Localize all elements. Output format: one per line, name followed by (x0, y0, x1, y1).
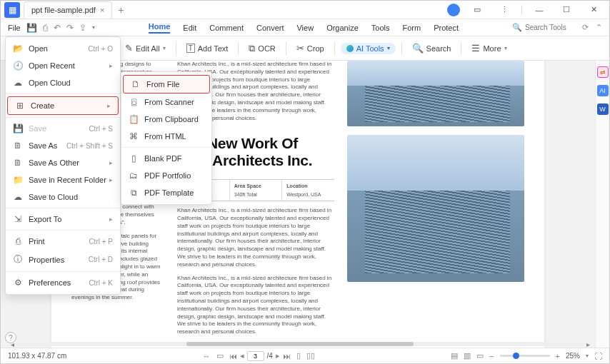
fit-page-icon[interactable]: ▭ (216, 351, 224, 360)
search-tools-input[interactable] (525, 24, 575, 31)
tab-comment[interactable]: Comment (209, 24, 244, 32)
menu-save: 💾SaveCtrl + S (6, 120, 120, 137)
save-quick-icon[interactable]: 💾 (26, 23, 37, 33)
titlebar: ▦ ppt file-sample.pdf × + ▭ ⋮ — ☐ ✕ (1, 1, 609, 19)
ai-tools-button[interactable]: AI Tools▾ (341, 43, 396, 54)
zoom-in-icon[interactable]: + (556, 352, 560, 360)
layout-icon[interactable]: ▥ (464, 351, 471, 360)
close-tab-icon[interactable]: × (100, 6, 104, 14)
cloud-icon: ☁ (13, 78, 23, 88)
help-icon[interactable]: ? (5, 332, 16, 343)
edit-all-button[interactable]: ✎Edit All▾ (121, 41, 170, 56)
file-menu-dropdown: 📂OpenCtrl + O 🕘Open Recent▸ ☁Open Cloud … (5, 36, 121, 295)
folder-icon: 📁 (13, 175, 23, 185)
menu-create[interactable]: ⊞Create▸ (7, 96, 119, 115)
zoom-value[interactable]: 25% (566, 352, 580, 360)
fullscreen-icon[interactable]: ⛶ (594, 352, 602, 360)
share-quick-icon[interactable]: ⇪ (79, 23, 86, 33)
info-icon: ⓘ (13, 253, 23, 266)
menu-properties[interactable]: ⓘPropertiesCtrl + D (6, 250, 120, 269)
cloud-up-icon: ☁ (13, 192, 23, 202)
side-word-icon[interactable]: W (597, 103, 609, 115)
ocr-icon: ⧉ (249, 43, 255, 54)
read-mode-icon[interactable]: ▤ (451, 351, 458, 360)
tab-edit[interactable]: Edit (183, 24, 196, 32)
first-page-icon[interactable]: ⏮ (229, 352, 237, 360)
new-tab-button[interactable]: + (118, 4, 124, 16)
last-page-icon[interactable]: ⏭ (283, 352, 291, 360)
undo-quick-icon[interactable]: ↶ (54, 23, 61, 33)
html-icon: ⌘ (129, 131, 139, 141)
blank-page-icon: ▯ (129, 153, 139, 163)
file-icon: 🗋 (131, 79, 141, 89)
scanner-icon: ⌼ (129, 97, 139, 107)
presentation-icon[interactable]: ▭ (476, 351, 484, 360)
next-page-icon[interactable]: ▸ (276, 351, 280, 360)
redo-quick-icon[interactable]: ↷ (66, 23, 74, 33)
menu-open-recent[interactable]: 🕘Open Recent▸ (6, 57, 120, 74)
add-text-button[interactable]: TAdd Text (182, 41, 233, 55)
ocr-button[interactable]: ⧉OCR (244, 41, 279, 56)
menu-save-cloud[interactable]: ☁Save to Cloud (6, 188, 120, 206)
menu-export-to[interactable]: ⇲Export To▸ (6, 211, 120, 228)
crop-button[interactable]: ✂Crop (292, 41, 329, 56)
side-rail: ⇄ AI W (595, 61, 609, 348)
tab-home[interactable]: Home (149, 22, 171, 34)
fit-width-icon[interactable]: ↔ (203, 352, 211, 360)
search-button[interactable]: 🔍Search (408, 41, 456, 56)
tab-form[interactable]: Form (402, 24, 421, 32)
menu-open-cloud[interactable]: ☁Open Cloud (6, 74, 120, 91)
menu-save-as[interactable]: 🗎Save AsCtrl + Shift + S (6, 137, 120, 154)
clock-icon: 🕘 (13, 61, 23, 71)
zoom-out-icon[interactable]: − (489, 352, 494, 360)
submenu-pdf-template[interactable]: ⧉PDF Template (121, 184, 211, 201)
submenu-from-scanner[interactable]: ⌼From Scanner (121, 93, 211, 111)
create-icon: ⊞ (15, 101, 25, 111)
submenu-from-file[interactable]: 🗋From File (123, 75, 210, 93)
side-pdf-icon[interactable]: ⇄ (597, 66, 609, 78)
text-block: Khan Architects Inc., is a mid-sized arc… (177, 275, 334, 336)
menu-preferences[interactable]: ⚙PreferencesCtrl + K (6, 274, 120, 291)
print-quick-icon[interactable]: ⎙ (43, 23, 48, 33)
tab-tools[interactable]: Tools (371, 24, 390, 32)
ai-icon (346, 45, 354, 52)
user-avatar[interactable] (447, 4, 460, 16)
menu-open[interactable]: 📂OpenCtrl + O (6, 40, 120, 57)
side-ai-icon[interactable]: AI (597, 85, 609, 96)
template-icon: ⧉ (129, 188, 139, 198)
scroll-thumb[interactable] (186, 342, 414, 346)
page-dimensions: 101.93 x 47.87 cm (8, 352, 66, 360)
submenu-from-html[interactable]: ⌘From HTML (121, 128, 211, 145)
submenu-blank-pdf[interactable]: ▯Blank PDF (121, 150, 211, 167)
document-tab[interactable]: ppt file-sample.pdf × (24, 1, 112, 19)
zoom-slider[interactable] (500, 355, 550, 357)
tab-convert[interactable]: Convert (256, 24, 284, 32)
page-number-input[interactable] (247, 351, 264, 361)
tab-protect[interactable]: Protect (434, 24, 459, 32)
tab-view[interactable]: View (296, 24, 314, 32)
two-page-icon[interactable]: ▯▯ (306, 351, 315, 360)
submenu-from-clipboard[interactable]: 📋From Clipboard (121, 111, 211, 128)
menu-save-recent-folder[interactable]: 📁Save in Recent Folder▸ (6, 171, 120, 188)
submenu-pdf-portfolio[interactable]: 🗂PDF Portfolio (121, 167, 211, 184)
overflow-icon[interactable]: ⋮ (494, 2, 514, 18)
menu-print[interactable]: ⎙PrintCtrl + P (6, 233, 120, 250)
panel-toggle-icon[interactable]: ▭ (467, 2, 487, 18)
prev-page-icon[interactable]: ◂ (240, 351, 244, 360)
create-submenu: 🗋From File ⌼From Scanner 📋From Clipboard… (121, 71, 212, 205)
more-button[interactable]: ☰More▾ (467, 41, 511, 56)
statusbar: 101.93 x 47.87 cm ↔ ▭ ⏮ ◂ /4 ▸ ⏭ ▯ ▯▯ ▤ … (1, 348, 609, 363)
single-page-icon[interactable]: ▯ (296, 351, 301, 360)
clipboard-icon: 📋 (129, 114, 139, 124)
cloud-sync-icon[interactable]: ⟳ (582, 23, 589, 32)
maximize-button[interactable]: ☐ (556, 2, 576, 18)
minimize-button[interactable]: — (529, 2, 549, 18)
close-window-button[interactable]: ✕ (584, 2, 604, 18)
tab-organize[interactable]: Organize (326, 24, 359, 32)
file-menu-button[interactable]: File (8, 24, 21, 32)
scrollbar-horizontal[interactable]: ◂ ▸ (8, 340, 592, 348)
more-icon: ☰ (471, 43, 480, 54)
collapse-ribbon-icon[interactable]: ⌃ (596, 23, 602, 32)
menu-save-as-other[interactable]: 🗎Save As Other▸ (6, 154, 120, 171)
scroll-right-icon[interactable]: ▸ (584, 340, 592, 348)
